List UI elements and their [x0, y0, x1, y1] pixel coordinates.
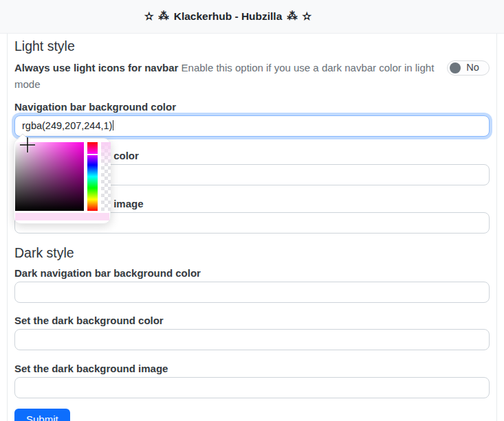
saturation-square[interactable] [15, 142, 84, 211]
navbar-bg-color-label: Navigation bar background color [14, 101, 490, 113]
navbar-bg-color-input[interactable]: rgba(249,207,244,1) [14, 115, 490, 137]
light-style-heading: Light style [14, 34, 490, 54]
toggle-state-label: No [461, 60, 489, 76]
light-icons-row: No Always use light icons for navbar Ena… [14, 60, 490, 92]
alpha-slider[interactable] [101, 142, 111, 211]
settings-panel: Light style No Always use light icons fo… [7, 34, 497, 421]
dark-background-color-label: Set the dark background color [14, 315, 490, 326]
site-title: ✫ ⁂ Klackerhub - Hubzilla ⁂ ✫ [144, 10, 311, 23]
color-picker-popup [14, 138, 111, 224]
dark-style-heading: Dark style [14, 245, 490, 261]
light-icons-toggle[interactable]: No [447, 60, 490, 76]
submit-button[interactable]: Submit [14, 409, 70, 421]
text-caret [113, 120, 113, 130]
star-right-icon: ✫ [303, 10, 311, 23]
site-title-text: Klackerhub - Hubzilla [174, 10, 283, 23]
dark-background-image-input[interactable] [14, 377, 490, 398]
asterism-left-icon: ⁂ [158, 10, 169, 23]
hue-slider[interactable] [87, 142, 98, 211]
light-icons-label: Always use light icons for navbar [14, 62, 178, 73]
dark-navbar-bg-color-input[interactable] [14, 282, 490, 303]
dark-background-image-label: Set the dark background image [14, 363, 490, 374]
navbar-bg-color-value: rgba(249,207,244,1) [22, 120, 112, 131]
hue-marker[interactable] [87, 154, 98, 155]
top-navbar: ✫ ⁂ Klackerhub - Hubzilla ⁂ ✫ [0, 0, 504, 34]
asterism-right-icon: ⁂ [287, 10, 298, 23]
dark-navbar-bg-color-label: Dark navigation bar background color [14, 267, 490, 279]
star-left-icon: ✫ [144, 10, 153, 23]
dark-background-color-input[interactable] [14, 329, 490, 350]
toggle-knob [450, 62, 461, 73]
current-color-swatch [15, 213, 109, 220]
